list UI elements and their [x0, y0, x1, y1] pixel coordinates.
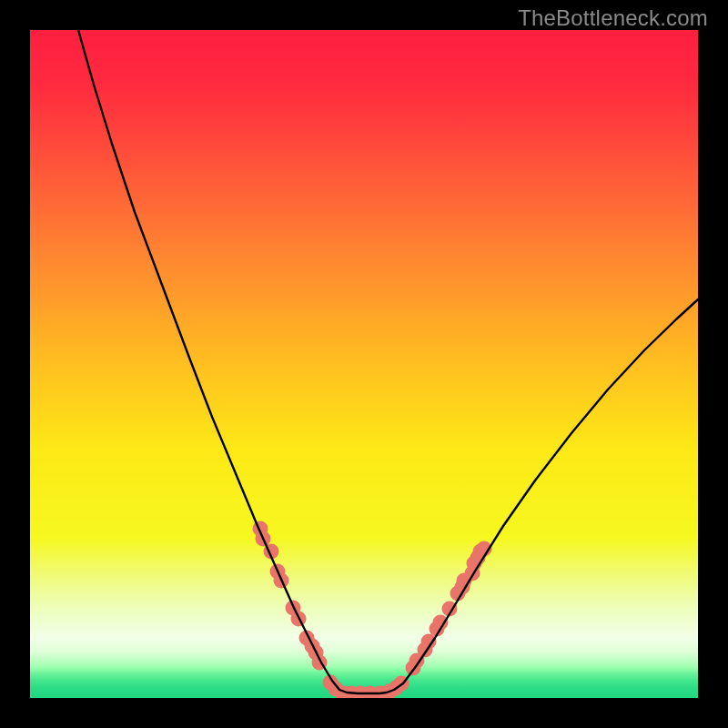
watermark-text: TheBottleneck.com	[518, 5, 708, 31]
chart-frame: TheBottleneck.com	[0, 0, 728, 728]
gradient-background	[30, 30, 698, 698]
plot-area	[30, 30, 698, 698]
bottleneck-curve-chart	[30, 30, 698, 698]
